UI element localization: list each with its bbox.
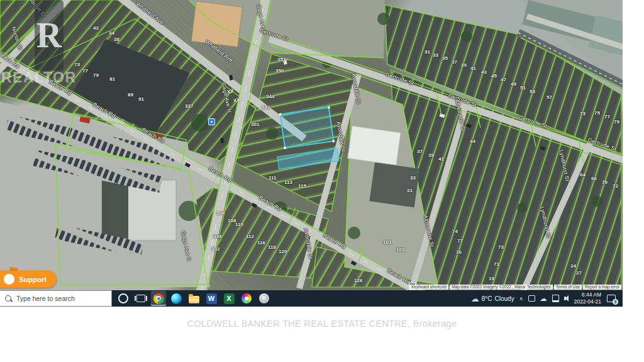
support-chat-icon <box>4 274 14 285</box>
parcel-number: 76 <box>456 249 462 255</box>
map-data-credit: Map data ©2022 Imagery ©2022 , Maxar Tec… <box>450 285 553 290</box>
parcel-number: 77 <box>82 68 88 74</box>
parcel-number: 51 <box>520 85 526 91</box>
clock-time: 6:44 AM <box>574 291 601 298</box>
brokerage-watermark: COLDWELL BANKER THE REAL ESTATE CENTRE, … <box>0 319 644 329</box>
tray-volume-icon[interactable] <box>564 297 566 300</box>
clock-date: 2022-04-21 <box>574 298 601 305</box>
parcel-number: 344 <box>266 94 274 99</box>
taskbar-app-icons: WX <box>112 290 272 307</box>
parcel-number: 77 <box>457 238 463 244</box>
weather-condition: Cloudy <box>495 295 514 302</box>
parcel-number: 33 <box>433 52 438 58</box>
map-satellite-view[interactable]: Norton StNorton StBeach RdWhitfield AveW… <box>0 0 623 290</box>
parcel-number: 357 <box>277 57 286 62</box>
file-explorer-icon[interactable] <box>186 291 201 306</box>
weather-cloud-icon: ☁ <box>471 295 479 303</box>
parcel-number: 53 <box>530 89 535 94</box>
parcel-number: 71 <box>494 261 499 267</box>
parcel-number: 27 <box>576 270 582 276</box>
parcel-number: 24 <box>570 263 576 269</box>
chrome-icon[interactable] <box>151 291 166 306</box>
parcel-number: 75 <box>594 110 600 116</box>
parcel-number: 66 <box>591 176 597 181</box>
windows-taskbar: WX ☁ 8°C Cloudy ∧ ☁ 6:44 AM 2022-04-21 9 <box>0 290 623 307</box>
parcel-number: 41 <box>438 156 444 162</box>
parcel-number: 44 <box>470 139 475 144</box>
parcel-number: 350 <box>275 68 284 74</box>
parcel-number: 111 <box>269 175 276 181</box>
desktop-screenshot: Norton StNorton StBeach RdWhitfield AveW… <box>0 0 644 362</box>
parcel-number: 116 <box>257 240 265 246</box>
report-map-error-link[interactable]: Report a map error <box>583 285 621 290</box>
parcel-number: 342 <box>262 105 270 110</box>
parcel-number: 19 <box>489 276 494 281</box>
tray-expand-chevron-icon[interactable]: ∧ <box>519 296 523 302</box>
edge-icon[interactable] <box>169 291 184 306</box>
parcel-number: 91 <box>138 96 144 102</box>
tray-onedrive-icon[interactable]: ☁ <box>540 295 547 302</box>
parcel-number: 39 <box>428 152 434 158</box>
parcel-number: 42 <box>93 25 99 31</box>
color-wheel-app-icon[interactable] <box>239 291 254 306</box>
parcel-number: 38 <box>114 37 119 42</box>
parcel-number: 120 <box>279 249 287 254</box>
parcel-number: 64 <box>580 172 586 178</box>
cortana-icon[interactable] <box>116 291 131 306</box>
action-center-icon[interactable]: 9 <box>606 293 618 303</box>
parcel-number: 163 <box>396 247 404 252</box>
parcel-number: 73 <box>580 111 586 116</box>
parcel-number: 79 <box>93 72 99 78</box>
search-icon <box>5 295 11 302</box>
parcel-number: 31 <box>407 188 413 193</box>
system-tray: ☁ 8°C Cloudy ∧ ☁ 6:44 AM 2022-04-21 9 <box>471 290 623 307</box>
notification-badge: 9 <box>613 299 618 305</box>
parcel-number: 126 <box>354 278 362 283</box>
parcel-number: 73 <box>74 62 80 67</box>
parcel-number: 72 <box>613 183 618 189</box>
parcel-number: 47 <box>501 77 506 82</box>
terms-of-use-link[interactable]: Terms of Use <box>554 285 582 290</box>
taskbar-search[interactable] <box>0 290 112 307</box>
weather-temperature: 8°C <box>482 295 492 302</box>
parcel-number: 70 <box>602 179 608 185</box>
support-button[interactable]: Support <box>0 271 57 288</box>
parcel-number: 33 <box>410 175 416 181</box>
parcel-number: 301 <box>251 122 259 127</box>
taskbar-clock[interactable]: 6:44 AM 2022-04-21 <box>574 291 601 305</box>
parcel-number: 34 <box>109 30 114 36</box>
tray-window-icon[interactable] <box>528 295 535 302</box>
parcel-number: 332 <box>211 246 219 252</box>
parcel-number: 161 <box>383 239 391 245</box>
parcel-number: 49 <box>511 81 516 87</box>
parcel-number: 104 <box>216 210 225 216</box>
parcel-number: 37 <box>452 59 457 65</box>
parcel-number: 57 <box>547 94 552 100</box>
excel-icon[interactable]: X <box>221 291 236 306</box>
weather-widget[interactable]: ☁ 8°C Cloudy <box>471 295 514 303</box>
parcel-number: 41 <box>470 65 476 71</box>
parcel-number: 113 <box>284 179 292 185</box>
parcel-number: 73 <box>498 244 504 250</box>
search-input[interactable] <box>15 294 103 303</box>
parcel-number: 37 <box>417 149 423 154</box>
parcel-number: 77 <box>604 114 610 120</box>
transit-stop <box>208 118 215 125</box>
word-icon[interactable]: W <box>204 291 219 306</box>
globe-app-icon[interactable] <box>257 291 272 306</box>
parcel-number: 31 <box>425 49 430 55</box>
parcel-number: 79 <box>614 119 619 125</box>
parcel-number: 74 <box>452 229 458 234</box>
parcel-number: 35 <box>442 55 448 61</box>
tray-network-icon[interactable] <box>552 295 559 302</box>
parcel-number: 115 <box>298 183 306 189</box>
parcel-number: 39 <box>461 62 467 68</box>
parcel-number: 112 <box>246 234 254 239</box>
parcel-number: 43 <box>481 69 487 75</box>
parcel-number: 81 <box>109 76 115 82</box>
keyboard-shortcuts-link[interactable]: Keyboard shortcuts <box>409 285 448 290</box>
parcel-number: 89 <box>128 92 133 98</box>
parcel-number: 45 <box>491 73 497 79</box>
task-view-icon[interactable] <box>133 291 148 306</box>
survey-mark: XX <box>233 97 240 104</box>
